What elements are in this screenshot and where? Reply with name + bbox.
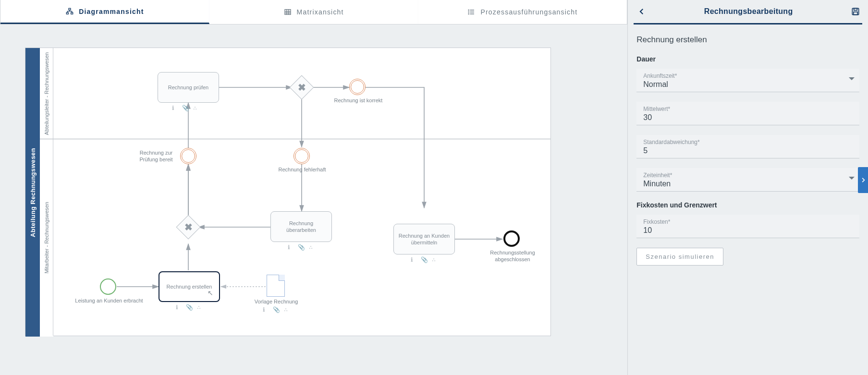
chevron-down-icon (849, 177, 855, 182)
properties-panel: Rechnungsbearbeitung Rechnung erstellen … (627, 0, 868, 375)
tab-matrix[interactable]: Matrixansicht (209, 0, 418, 24)
task-label: Rechnung erstellen (167, 283, 212, 290)
attachment-icon: 📎 (421, 256, 427, 262)
event-ready-for-check[interactable] (180, 148, 196, 164)
tab-label: Prozessausführungsansicht (480, 8, 577, 16)
section-duration: Dauer (636, 55, 859, 63)
lane-left-border (53, 48, 53, 336)
task-label: Rechnung überarbeiten (274, 220, 329, 234)
field-label: Fixkosten* (643, 218, 853, 225)
field-value: 30 (643, 113, 853, 122)
svg-rect-2 (71, 12, 73, 14)
field-mean[interactable]: Mittelwert* 30 (636, 102, 859, 125)
task-indicators: ℹ📎⛬ (411, 256, 437, 262)
view-tabs: Diagrammansicht Matrixansicht Prozessaus… (0, 0, 627, 24)
field-value: Minuten (643, 180, 853, 188)
field-time-unit[interactable]: Zeiteinheit* Minuten (636, 168, 859, 192)
svg-rect-8 (854, 8, 857, 10)
list-icon (467, 8, 476, 16)
pool-header[interactable]: Abteilung Rechnungswesen (25, 48, 40, 337)
svg-point-4 (468, 10, 469, 10)
task-indicators: ℹ📎⛬ (263, 306, 289, 312)
field-arrival-time[interactable]: Ankunftszeit* Normal (636, 69, 859, 92)
field-value: 10 (643, 226, 853, 235)
hierarchy-icon (65, 8, 74, 15)
svg-rect-3 (285, 10, 291, 15)
field-label: Zeiteinheit* (643, 172, 853, 179)
field-label: Mittelwert* (643, 106, 853, 112)
lane-header-bottom[interactable]: Mitarbeiter - Rechnungswesen (40, 139, 53, 337)
task-send-invoice[interactable]: Rechnung an Kunden übermitteln (393, 224, 455, 254)
section-fixcost: Fixkosten und Grenzwert (636, 201, 859, 209)
tab-label: Diagrammansicht (79, 8, 144, 15)
tab-execution[interactable]: Prozessausführungsansicht (418, 0, 627, 24)
event-label: Leistung an Kunden erbracht (73, 298, 145, 304)
data-object-label: Vorlage Rechnung (251, 299, 301, 305)
task-create-invoice[interactable]: Rechnung erstellen ↖ (159, 271, 220, 302)
svg-rect-0 (69, 8, 71, 10)
info-icon: ℹ (288, 244, 293, 250)
info-icon: ℹ (176, 304, 182, 310)
lane-name: Mitarbeiter - Rechnungswesen (44, 202, 49, 273)
field-stddev[interactable]: Standardabweichung* 5 (636, 135, 859, 158)
tab-diagram[interactable]: Diagrammansicht (0, 0, 209, 24)
info-icon: ℹ (263, 306, 269, 312)
task-rework-invoice[interactable]: Rechnung überarbeiten (270, 211, 332, 242)
chevron-down-icon (849, 77, 855, 83)
event-invoice-ok[interactable] (349, 79, 366, 95)
task-label: Rechnung prüfen (168, 84, 208, 91)
simulate-button[interactable]: Szenario simulieren (636, 248, 723, 266)
task-indicators: ℹ📎⛬ (176, 304, 202, 310)
gateway-check-result[interactable]: ✖ (290, 75, 314, 100)
event-label: Rechnung ist korrekt (327, 97, 390, 104)
field-label: Standardabweichung* (643, 139, 853, 145)
subprocess-icon: ⛬ (283, 306, 289, 312)
attachment-icon: 📎 (182, 105, 188, 110)
pool-name: Abteilung Rechnungswesen (29, 147, 37, 237)
event-label: Rechnung fehlerhaft (275, 167, 329, 173)
field-value: 5 (643, 146, 853, 155)
svg-point-6 (468, 13, 469, 14)
task-indicators: ℹ📎⛬ (172, 105, 198, 110)
save-button[interactable] (851, 7, 860, 16)
attachment-icon: 📎 (298, 244, 304, 250)
field-fixcost[interactable]: Fixkosten* 10 (636, 215, 859, 238)
gateway-merge[interactable]: ✖ (176, 215, 201, 240)
event-label: Rechnung zur Prüfung bereit (135, 150, 177, 163)
panel-expand-toggle[interactable] (858, 167, 868, 193)
subprocess-icon: ⛬ (196, 304, 202, 310)
task-check-invoice[interactable]: Rechnung prüfen (158, 72, 219, 103)
grid-icon (283, 8, 292, 16)
bpmn-canvas[interactable]: Abteilung Rechnungswesen Abteilungsleite… (25, 48, 551, 336)
event-label: Rechnungsstellung abgeschlossen (487, 250, 538, 263)
field-label: Ankunftszeit* (643, 73, 853, 79)
task-indicators: ℹ📎⛬ (288, 244, 314, 250)
tab-label: Matrixansicht (297, 8, 344, 16)
subprocess-icon: ⛬ (431, 256, 437, 262)
info-icon: ℹ (411, 256, 416, 262)
button-label: Szenario simulieren (646, 253, 714, 260)
lane-name: Abteilungsleiter - Rechnungswesen (44, 52, 49, 134)
info-icon: ℹ (172, 105, 178, 110)
lane-header-top[interactable]: Abteilungsleiter - Rechnungswesen (40, 48, 53, 139)
subprocess-icon: ⛬ (308, 244, 314, 250)
selected-element-name: Rechnung erstellen (636, 35, 859, 45)
svg-rect-9 (854, 12, 857, 15)
task-label: Rechnung an Kunden übermitteln (397, 232, 452, 246)
field-value: Normal (643, 80, 853, 89)
data-object-template[interactable] (267, 275, 285, 297)
svg-point-5 (468, 12, 469, 12)
event-end[interactable] (503, 230, 520, 247)
svg-rect-1 (66, 12, 68, 14)
panel-title: Rechnungsbearbeitung (646, 7, 851, 16)
attachment-icon: 📎 (273, 306, 279, 312)
event-invoice-faulty[interactable] (293, 148, 310, 164)
event-start[interactable] (100, 278, 116, 295)
attachment-icon: 📎 (186, 304, 192, 310)
back-button[interactable] (637, 7, 646, 16)
subprocess-icon: ⛬ (192, 105, 198, 110)
cursor-icon: ↖ (208, 289, 213, 297)
lane-divider (40, 139, 550, 139)
